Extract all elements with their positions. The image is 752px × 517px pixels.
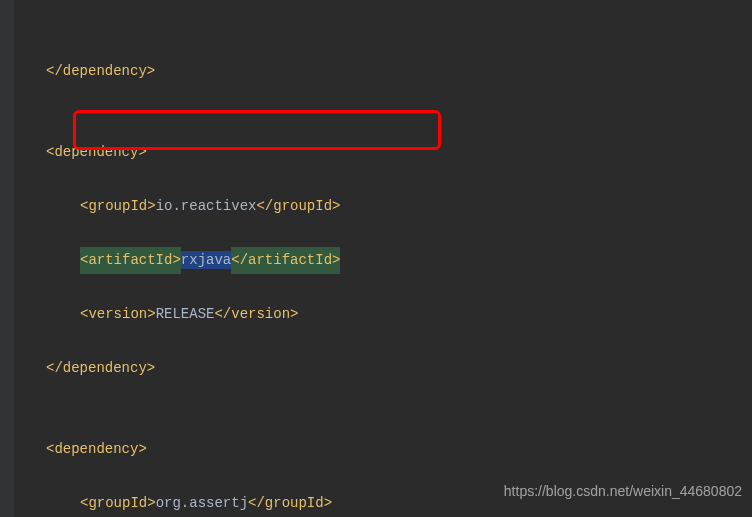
watermark-text: https://blog.csdn.net/weixin_44680802 bbox=[504, 478, 742, 505]
code-line: </dependency> bbox=[46, 355, 752, 382]
code-line: <dependency> bbox=[46, 139, 752, 166]
code-line: <version>RELEASE</version> bbox=[46, 301, 752, 328]
code-line: </dependency> bbox=[46, 58, 752, 85]
code-line: <artifactId>rxjava</artifactId> bbox=[46, 247, 752, 274]
code-block: </dependency> <dependency> <groupId>io.r… bbox=[0, 0, 752, 517]
code-line: <groupId>io.reactivex</groupId> bbox=[46, 193, 752, 220]
code-line: <dependency> bbox=[46, 436, 752, 463]
gutter bbox=[0, 0, 14, 517]
